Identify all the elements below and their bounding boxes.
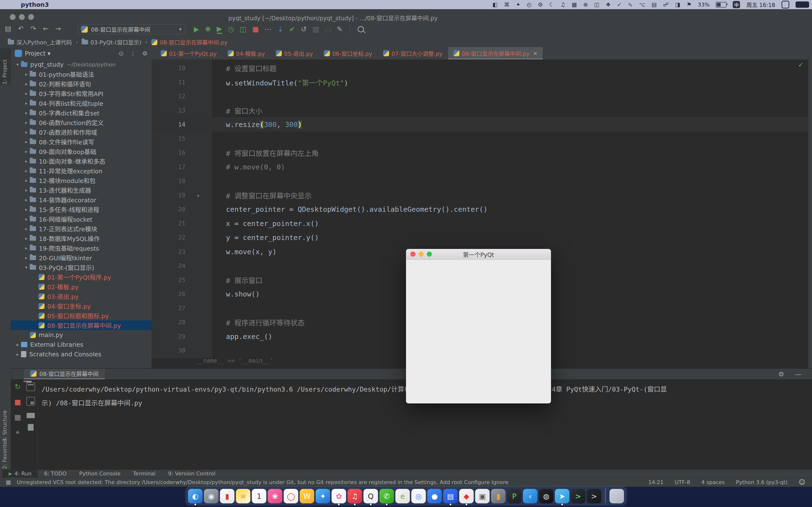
- debug-icon[interactable]: ❃: [205, 25, 211, 33]
- tree-chevron-icon[interactable]: ▸: [23, 168, 30, 173]
- zoom-button[interactable]: [427, 251, 432, 257]
- toolwindow-tab[interactable]: 9: Version Control: [162, 470, 221, 477]
- dock-icon-photos[interactable]: ✿: [332, 489, 346, 503]
- undo-icon[interactable]: ↶: [18, 24, 23, 33]
- tree-item[interactable]: ▸03-字符串Str和常用API: [11, 89, 152, 98]
- edit-icon[interactable]: ✎: [337, 25, 343, 33]
- tree-item[interactable]: 01-第一个PyQt程序.py: [11, 272, 152, 282]
- tree-item[interactable]: ▸12-模块module和包: [11, 175, 152, 185]
- ide-minimize-button[interactable]: [19, 14, 25, 20]
- close-button[interactable]: [410, 251, 415, 257]
- concurrency-icon[interactable]: ◫: [240, 25, 246, 33]
- dock-icon-music[interactable]: ♫: [348, 489, 362, 503]
- close-icon[interactable]: ×: [533, 50, 538, 56]
- editor-tab[interactable]: 07-窗口大小调整.py: [378, 47, 448, 59]
- tree-item[interactable]: 08-窗口显示在屏幕中间.py: [11, 320, 152, 330]
- code-line[interactable]: 19▸# 调整窗口在屏幕中央显示: [152, 188, 808, 202]
- dock-icon-finder[interactable]: ◐: [188, 489, 203, 503]
- tree-chevron-icon[interactable]: ▸: [23, 216, 30, 222]
- clock-icon[interactable]: ◴: [527, 1, 532, 8]
- editor-tab[interactable]: 08-窗口显示在屏幕中间.py×: [448, 47, 543, 59]
- breadcrumb-item[interactable]: 03-PyQt-(窗口显示): [82, 38, 141, 46]
- dock-icon-notes[interactable]: ≡: [236, 489, 250, 503]
- check-icon[interactable]: ✓: [617, 1, 621, 8]
- siri-icon[interactable]: [781, 1, 789, 8]
- run-tab[interactable]: 08-窗口显示在屏幕中间: [24, 369, 105, 379]
- tree-chevron-icon[interactable]: ▸: [23, 255, 30, 260]
- dock-icon-dictionary[interactable]: ◯: [284, 489, 298, 503]
- input-method-icon[interactable]: 中: [733, 1, 740, 8]
- open-project-icon[interactable]: ▤: [5, 24, 11, 33]
- grid-icon[interactable]: ▦: [572, 1, 577, 8]
- menu-app-name[interactable]: python3: [21, 1, 49, 8]
- tree-chevron-icon[interactable]: ▾: [23, 265, 30, 270]
- music-icon[interactable]: ♫: [560, 1, 565, 8]
- coverage-icon[interactable]: ▶: [217, 24, 222, 34]
- plus-icon[interactable]: ⊕: [583, 1, 588, 8]
- code-line[interactable]: 12: [152, 89, 808, 103]
- project-panel-title[interactable]: Project ▾: [25, 50, 51, 57]
- update-project-icon[interactable]: ⇣: [277, 25, 283, 33]
- dock-icon-wechat[interactable]: ✆: [379, 489, 394, 503]
- code-line[interactable]: 17# w.move(0, 0): [152, 160, 808, 174]
- tree-item[interactable]: ▸19-爬虫基础requests: [11, 243, 152, 253]
- code-line[interactable]: 21x = center_pointer.x(): [152, 216, 808, 231]
- dock-icon-evernote[interactable]: e: [395, 489, 410, 503]
- tree-chevron-icon[interactable]: ▸: [23, 197, 30, 202]
- tree-item[interactable]: main.py: [11, 330, 152, 340]
- hide-icon[interactable]: —: [795, 370, 801, 378]
- display-icon[interactable]: ◧: [493, 1, 498, 8]
- print-icon[interactable]: [27, 413, 35, 418]
- redo-icon[interactable]: ↷: [31, 24, 36, 33]
- wave-icon[interactable]: ∿: [628, 1, 632, 8]
- toolwindow-tab[interactable]: 6: TODO: [38, 470, 73, 477]
- breadcrumb-item[interactable]: 深入Python_上课代码: [8, 38, 72, 46]
- dock-icon-calendar[interactable]: 1: [252, 489, 266, 503]
- pause-output-icon[interactable]: ▦: [14, 413, 21, 421]
- breadcrumb-item[interactable]: 08-窗口显示在屏幕中间.py: [151, 38, 227, 46]
- status-widget[interactable]: UTF-8: [675, 479, 690, 485]
- code-line[interactable]: 14w.resize(300, 300): [152, 117, 808, 131]
- editor-tab[interactable]: 01-第一个PyQt.py: [155, 47, 222, 59]
- code-line[interactable]: 13# 窗口大小: [152, 103, 808, 118]
- tree-item[interactable]: ▸20-GUI编程tkinter: [11, 253, 152, 263]
- battery-icon[interactable]: [716, 2, 726, 7]
- tree-item[interactable]: ▸14-装饰器decorator: [11, 195, 152, 205]
- stripe-label-favorites[interactable]: 2: Favorites: [2, 437, 8, 469]
- up-stack-icon[interactable]: [27, 382, 35, 391]
- option-icon[interactable]: ⌥: [639, 1, 646, 8]
- ide-zoom-button[interactable]: [28, 14, 34, 20]
- forward-icon[interactable]: →: [55, 24, 61, 33]
- tree-chevron-icon[interactable]: ▾: [14, 62, 21, 67]
- status-widget[interactable]: 14:21: [648, 479, 663, 485]
- tree-chevron-icon[interactable]: ▸: [23, 236, 30, 241]
- settings-icon[interactable]: ⚙: [778, 370, 784, 378]
- editor-tab[interactable]: 06-窗口坐标.py: [318, 47, 378, 59]
- contrast-icon[interactable]: ◨: [675, 1, 680, 8]
- rerun-icon[interactable]: ↻: [14, 382, 20, 391]
- toolwindow-tab[interactable]: ▶4: Run: [2, 470, 38, 477]
- code-line[interactable]: 18: [152, 174, 808, 188]
- tree-item[interactable]: ▸05-字典dict和集合set: [11, 108, 152, 118]
- dock-icon-preview[interactable]: ▣: [475, 489, 490, 503]
- battery-percent[interactable]: 33%: [698, 2, 710, 8]
- moon-icon[interactable]: ☾: [549, 1, 554, 8]
- tree-item[interactable]: 03-退出.py: [11, 291, 152, 301]
- tree-item[interactable]: ▸External Libraries: [11, 340, 152, 349]
- project-tree[interactable]: ▾pyqt_study~/Desktop/python▸01-python基础语…: [11, 60, 152, 361]
- commit-icon[interactable]: ✔: [289, 25, 295, 33]
- soft-wrap-icon[interactable]: [27, 397, 35, 406]
- dock-icon-contacts-blue[interactable]: ●: [427, 489, 442, 503]
- status-widget[interactable]: 4 spaces: [701, 479, 725, 485]
- back-icon[interactable]: ←: [43, 24, 48, 33]
- toolwindow-tab[interactable]: Terminal: [126, 470, 162, 477]
- tree-chevron-icon[interactable]: ▸: [23, 71, 30, 77]
- more-icon[interactable]: ⋯: [265, 25, 272, 33]
- code-line[interactable]: 11w.setWindowTitle("第一个PyQt"): [152, 75, 808, 89]
- code-line[interactable]: 15: [152, 131, 808, 146]
- tree-chevron-icon[interactable]: ▸: [23, 149, 30, 154]
- run-icon[interactable]: ▶: [194, 25, 199, 33]
- tree-item[interactable]: ▸10-面向对象-继承和多态: [11, 156, 152, 166]
- dock-icon-siri[interactable]: ◉: [204, 489, 218, 503]
- gear-icon[interactable]: ⚙: [538, 1, 543, 8]
